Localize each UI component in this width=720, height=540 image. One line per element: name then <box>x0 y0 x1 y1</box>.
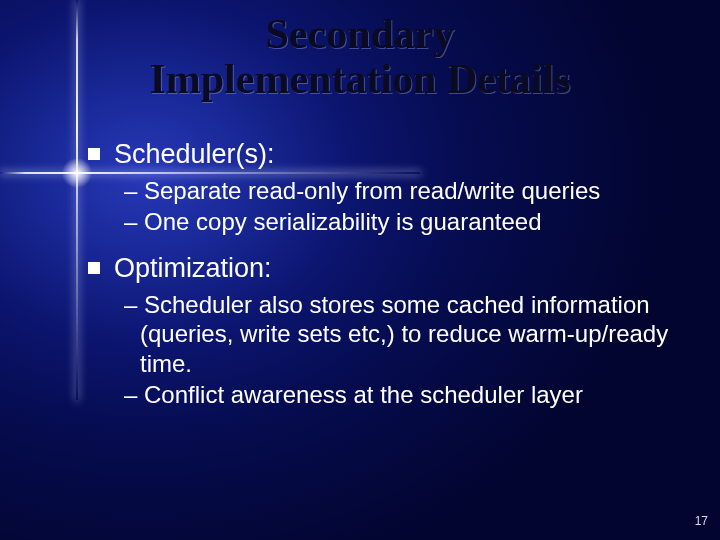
bullet-optimization: Optimization: <box>88 252 688 286</box>
slide-title: Secondary Implementation Details <box>0 12 720 103</box>
square-bullet-icon <box>88 148 100 160</box>
sub-bullet: – Separate read-only from read/write que… <box>124 176 688 205</box>
sub-bullet: – Conflict awareness at the scheduler la… <box>124 380 688 409</box>
spacer <box>88 238 688 252</box>
title-line-1: Secondary <box>266 11 455 57</box>
title-line-2: Implementation Details <box>149 56 570 102</box>
slide: Secondary Implementation Details Schedul… <box>0 0 720 540</box>
sub-bullet: – Scheduler also stores some cached info… <box>124 290 688 378</box>
slide-body: Scheduler(s): – Separate read-only from … <box>88 138 688 411</box>
bullet-heading: Scheduler(s): <box>114 139 275 169</box>
bullet-scheduler: Scheduler(s): <box>88 138 688 172</box>
bullet-heading: Optimization: <box>114 253 272 283</box>
square-bullet-icon <box>88 262 100 274</box>
page-number: 17 <box>695 514 708 528</box>
sub-bullet: – One copy serializability is guaranteed <box>124 207 688 236</box>
